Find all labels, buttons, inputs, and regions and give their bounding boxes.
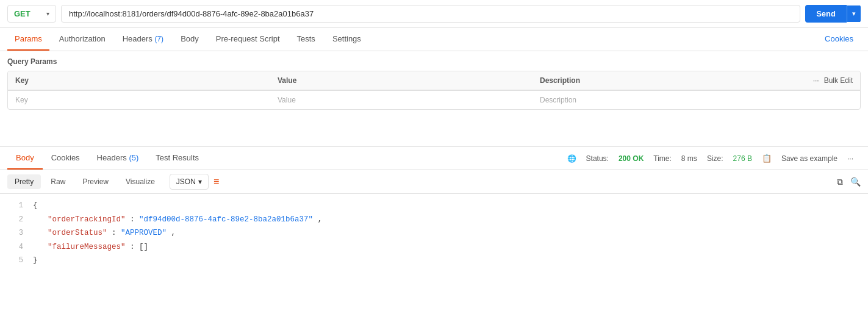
send-button[interactable]: Send — [805, 5, 847, 23]
method-select[interactable]: GET ▾ — [7, 5, 56, 23]
tab-prerequest[interactable]: Pre-request Script — [209, 28, 287, 51]
time-label: Time: — [653, 154, 672, 163]
value-placeholder[interactable]: Value — [270, 91, 533, 109]
col-key-header: Key — [8, 71, 270, 90]
url-input[interactable]: http://localhost:8181/orders/df94d00d-88… — [61, 5, 800, 23]
response-status-bar: 🌐 Status: 200 OK Time: 8 ms Size: 276 B … — [560, 154, 861, 163]
format-select[interactable]: JSON ▾ — [170, 174, 209, 190]
format-bar: Pretty Raw Preview Visualize JSON ▾ ≡ ⧉ … — [0, 170, 868, 194]
tab-headers[interactable]: Headers (7) — [115, 28, 171, 51]
format-tab-preview[interactable]: Preview — [75, 174, 116, 189]
method-arrow-icon: ▾ — [46, 10, 49, 17]
more-options-icon[interactable]: ··· — [847, 154, 853, 163]
query-params-title: Query Params — [7, 57, 861, 66]
resp-tab-cookies[interactable]: Cookies — [43, 147, 88, 170]
send-button-group: Send ▾ — [805, 5, 861, 23]
size-label: Size: — [707, 154, 723, 163]
tab-params[interactable]: Params — [7, 28, 49, 51]
copy-icon[interactable]: ⧉ — [837, 177, 843, 187]
tab-cookies[interactable]: Cookies — [817, 28, 861, 51]
status-label: Status: — [586, 154, 609, 163]
tab-authorization[interactable]: Authorization — [52, 28, 113, 51]
query-params-section: Query Params Key Value Description ··· B… — [0, 51, 868, 110]
format-tab-raw[interactable]: Raw — [43, 174, 73, 189]
resp-tab-body[interactable]: Body — [7, 147, 43, 170]
globe-icon: 🌐 — [567, 154, 576, 163]
tab-body[interactable]: Body — [173, 28, 206, 51]
filter-icon[interactable]: ≡ — [213, 176, 219, 187]
json-content: 1 { 2 "orderTrackingId" : "df94d00d-8876… — [0, 194, 868, 273]
status-value: 200 OK — [619, 154, 644, 163]
format-arrow-icon: ▾ — [198, 177, 202, 186]
size-value: 276 B — [733, 154, 752, 163]
search-icon[interactable]: 🔍 — [850, 177, 861, 187]
params-row-empty: Key Value Description — [8, 90, 860, 109]
response-tabs: Body Cookies Headers (5) Test Results 🌐 … — [0, 147, 868, 170]
params-table-header: Key Value Description ··· Bulk Edit — [8, 71, 860, 90]
description-placeholder[interactable]: Description — [533, 91, 860, 109]
key-placeholder[interactable]: Key — [8, 91, 270, 109]
json-line-3: 3 "orderStatus" : "APPROVED" , — [0, 226, 868, 240]
params-table: Key Value Description ··· Bulk Edit Key … — [7, 71, 861, 110]
json-line-4: 4 "failureMessages" : [] — [0, 240, 868, 254]
tab-tests[interactable]: Tests — [290, 28, 323, 51]
json-line-5: 5 } — [0, 254, 868, 268]
col-value-header: Value — [270, 71, 533, 90]
bulk-edit-link[interactable]: Bulk Edit — [824, 76, 853, 85]
json-line-1: 1 { — [0, 199, 868, 213]
json-line-2: 2 "orderTrackingId" : "df94d00d-8876-4af… — [0, 213, 868, 227]
col-desc-header: Description — [533, 71, 806, 90]
url-bar: GET ▾ http://localhost:8181/orders/df94d… — [0, 0, 868, 28]
resp-tab-testresults[interactable]: Test Results — [147, 147, 207, 170]
tab-settings[interactable]: Settings — [325, 28, 368, 51]
time-value: 8 ms — [681, 154, 697, 163]
format-tab-pretty[interactable]: Pretty — [7, 174, 41, 189]
method-label: GET — [14, 9, 30, 18]
format-tab-visualize[interactable]: Visualize — [118, 174, 162, 189]
request-tabs: Params Authorization Headers (7) Body Pr… — [0, 28, 868, 51]
bulk-edit-area: ··· Bulk Edit — [806, 71, 860, 90]
save-icon: 📋 — [762, 154, 772, 163]
send-dropdown-button[interactable]: ▾ — [847, 5, 861, 22]
resp-tab-headers[interactable]: Headers (5) — [88, 147, 148, 170]
save-example-link[interactable]: Save as example — [781, 154, 838, 163]
